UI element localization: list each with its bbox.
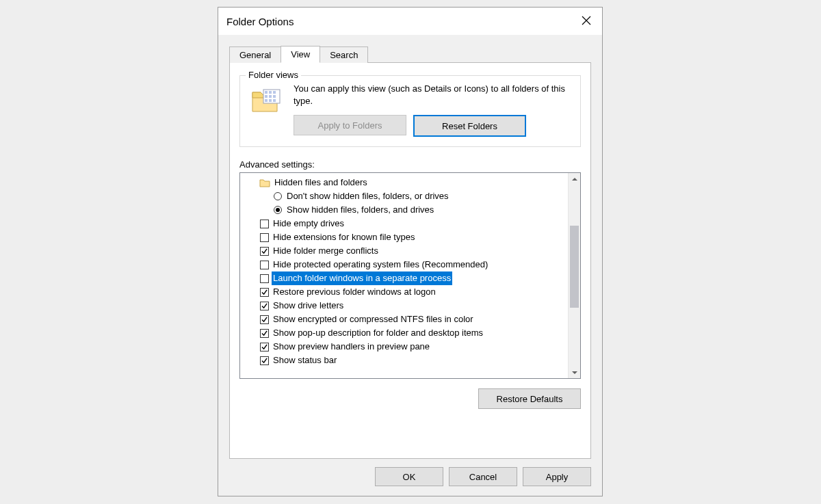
- list-item[interactable]: Launch folder windows in a separate proc…: [246, 271, 566, 285]
- tab-bar: General View Search: [229, 43, 591, 63]
- ok-button[interactable]: OK: [375, 467, 443, 486]
- item-label: Hide extensions for known file types: [272, 230, 416, 244]
- cancel-button[interactable]: Cancel: [449, 467, 517, 486]
- radio-hide[interactable]: Don't show hidden files, folders, or dri…: [246, 189, 566, 203]
- checkbox-icon: [259, 315, 269, 324]
- item-label: Show pop-up description for folder and d…: [272, 326, 484, 340]
- close-icon: [582, 16, 591, 27]
- list-item[interactable]: Hide folder merge conflicts: [246, 244, 566, 258]
- scroll-track[interactable]: [569, 185, 580, 367]
- svg-rect-1: [265, 91, 268, 94]
- item-label: Show status bar: [272, 354, 338, 367]
- folder-icon: [259, 178, 270, 187]
- checkbox-icon: [259, 287, 269, 297]
- checkbox-icon: [259, 233, 269, 242]
- titlebar: Folder Options: [218, 8, 602, 35]
- svg-rect-8: [269, 99, 272, 102]
- list-item[interactable]: Restore previous folder windows at logon: [246, 285, 566, 299]
- item-label: Show preview handlers in preview pane: [272, 340, 431, 354]
- close-button[interactable]: [571, 8, 602, 35]
- item-label: Show encrypted or compressed NTFS files …: [272, 313, 475, 326]
- scroll-up-button[interactable]: [569, 173, 580, 185]
- apply-to-folders-button: Apply to Folders: [294, 115, 406, 135]
- svg-rect-6: [273, 95, 276, 98]
- list-item[interactable]: Show status bar: [246, 354, 566, 367]
- list-group-hidden-files: Hidden files and folders: [246, 176, 566, 189]
- list-item[interactable]: Hide empty drives: [246, 217, 566, 230]
- radio-show[interactable]: Show hidden files, folders, and drives: [246, 203, 566, 217]
- reset-folders-button[interactable]: Reset Folders: [413, 115, 526, 137]
- svg-rect-4: [265, 95, 268, 98]
- list-item[interactable]: Show encrypted or compressed NTFS files …: [246, 313, 566, 326]
- tab-search[interactable]: Search: [320, 47, 368, 63]
- item-label: Launch folder windows in a separate proc…: [272, 271, 452, 285]
- advanced-settings-list[interactable]: Hidden files and foldersDon't show hidde…: [239, 172, 581, 379]
- svg-rect-7: [265, 99, 268, 102]
- scroll-thumb[interactable]: [570, 226, 579, 308]
- list-item[interactable]: Show pop-up description for folder and d…: [246, 326, 566, 340]
- group-label: Hidden files and folders: [273, 176, 369, 189]
- svg-rect-9: [273, 99, 276, 102]
- radio-label: Show hidden files, folders, and drives: [285, 203, 435, 217]
- radio-label: Don't show hidden files, folders, or dri…: [285, 189, 450, 203]
- list-item[interactable]: Hide protected operating system files (R…: [246, 258, 566, 271]
- checkbox-icon: [259, 274, 269, 283]
- tab-general[interactable]: General: [229, 47, 281, 63]
- advanced-settings-label: Advanced settings:: [239, 159, 581, 170]
- tab-view[interactable]: View: [281, 46, 320, 63]
- list-item[interactable]: Show preview handlers in preview pane: [246, 340, 566, 354]
- folder-views-icon: [250, 83, 283, 118]
- list-item[interactable]: Show drive letters: [246, 299, 566, 313]
- tab-panel-view: Folder views: [229, 63, 591, 459]
- radio-icon: [273, 191, 283, 201]
- list-item[interactable]: Hide extensions for known file types: [246, 230, 566, 244]
- restore-defaults-button[interactable]: Restore Defaults: [478, 388, 581, 409]
- window-title: Folder Options: [226, 16, 294, 27]
- scrollbar[interactable]: [568, 173, 580, 378]
- folder-views-group: Folder views: [239, 75, 581, 147]
- folder-options-dialog: Folder Options General View Search Folde…: [218, 7, 603, 496]
- checkbox-icon: [259, 301, 269, 310]
- checkbox-icon: [259, 342, 269, 352]
- checkbox-icon: [259, 219, 269, 228]
- folder-views-text: You can apply this view (such as Details…: [294, 83, 571, 107]
- item-label: Restore previous folder windows at logon: [272, 285, 437, 299]
- folder-views-legend: Folder views: [246, 70, 301, 80]
- scroll-down-button[interactable]: [569, 367, 580, 378]
- radio-icon: [273, 205, 283, 215]
- svg-rect-5: [269, 95, 272, 98]
- item-label: Show drive letters: [272, 299, 345, 313]
- svg-rect-2: [269, 91, 272, 94]
- checkbox-icon: [259, 260, 269, 269]
- item-label: Hide folder merge conflicts: [272, 244, 380, 258]
- apply-button[interactable]: Apply: [523, 467, 591, 486]
- checkbox-icon: [259, 328, 269, 338]
- svg-rect-3: [273, 91, 276, 94]
- dialog-buttons: OK Cancel Apply: [218, 467, 602, 496]
- item-label: Hide protected operating system files (R…: [272, 258, 489, 271]
- checkbox-icon: [259, 356, 269, 365]
- item-label: Hide empty drives: [272, 217, 346, 230]
- checkbox-icon: [259, 246, 269, 256]
